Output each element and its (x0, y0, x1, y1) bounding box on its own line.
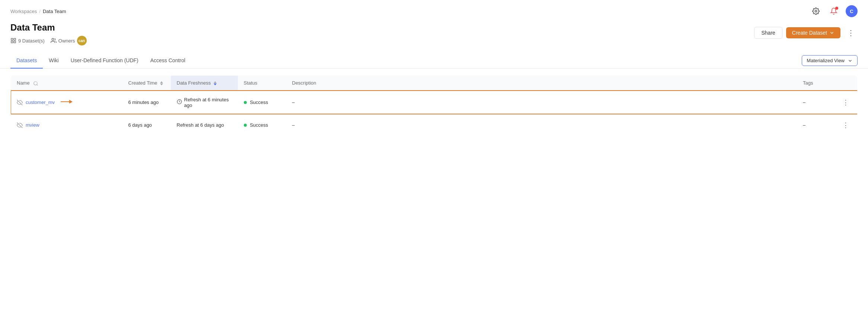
svg-rect-4 (14, 41, 16, 43)
row-mview-status: Success (238, 114, 286, 136)
row-customer-mv-more-button[interactable]: ⋮ (840, 98, 851, 107)
page-meta: 9 Dataset(s) Owners can (10, 36, 858, 45)
name-search-icon[interactable] (33, 80, 38, 86)
owners-label: Owners (58, 38, 75, 44)
create-dataset-label: Create Dataset (792, 30, 827, 36)
row-mview-created: 6 days ago (122, 114, 171, 136)
row-mview-name-cell: mview (11, 114, 122, 136)
eye-off-icon (17, 99, 23, 105)
col-header-name: Name (11, 76, 122, 91)
freshness-sort-icon (214, 81, 217, 85)
svg-point-6 (34, 81, 37, 85)
tab-access-control[interactable]: Access Control (144, 53, 191, 69)
customer-mv-link[interactable]: customer_mv (17, 98, 117, 107)
page-title: Data Team (10, 22, 858, 33)
col-header-status: Status (238, 76, 286, 91)
row-mview-more: ⋮ (834, 114, 858, 136)
svg-rect-1 (11, 38, 13, 40)
status-dot-success-2 (244, 124, 247, 127)
tabs-row: Datasets Wiki User-Defined Function (UDF… (0, 53, 868, 69)
header-actions: Share Create Dataset ⋮ (754, 27, 858, 39)
row-customer-mv-freshness: Refresh at 6 minutes ago (171, 91, 238, 114)
chevron-down-icon (829, 30, 835, 35)
row-customer-mv-tags: – (797, 91, 834, 114)
row-mview-freshness: Refresh at 6 days ago (171, 114, 238, 136)
dataset-count: 9 Dataset(s) (18, 38, 45, 44)
notification-dot (835, 7, 838, 10)
share-button[interactable]: Share (754, 27, 782, 39)
row-customer-mv-description: – (286, 91, 797, 114)
row-customer-mv-status: Success (238, 91, 286, 114)
user-avatar[interactable]: C (846, 5, 858, 17)
top-right-icons: C (810, 5, 858, 17)
view-selector[interactable]: Materialized View (802, 55, 858, 66)
svg-rect-3 (11, 41, 13, 43)
row-mview-description: – (286, 114, 797, 136)
tab-udf[interactable]: User-Defined Function (UDF) (65, 53, 144, 69)
svg-line-7 (37, 84, 38, 85)
datasets-table: Name Created Time (10, 75, 858, 136)
view-selector-chevron-icon (848, 58, 853, 63)
owners-icon (51, 38, 57, 44)
notification-icon-button[interactable] (828, 5, 840, 17)
table-container: Name Created Time (0, 69, 868, 143)
svg-rect-2 (14, 38, 16, 40)
col-header-created-time[interactable]: Created Time (122, 76, 171, 91)
clock-icon (177, 99, 182, 105)
breadcrumb: Workspaces / Data Team (10, 9, 66, 14)
svg-marker-10 (69, 100, 73, 104)
svg-point-0 (815, 10, 817, 12)
mview-link[interactable]: mview (17, 122, 117, 128)
table-row: mview 6 days ago Refresh at 6 days ago S… (11, 114, 858, 136)
grid-icon (10, 38, 16, 44)
customer-mv-name: customer_mv (26, 99, 55, 105)
row-mview-freshness-text: Refresh at 6 days ago (177, 122, 224, 128)
mview-name: mview (26, 122, 39, 128)
breadcrumb-separator: / (39, 9, 41, 14)
row-mview-more-button[interactable]: ⋮ (840, 120, 851, 130)
settings-icon-button[interactable] (810, 5, 822, 17)
dataset-count-meta: 9 Dataset(s) (10, 38, 45, 44)
more-options-button[interactable]: ⋮ (844, 27, 858, 39)
eye-off-icon-2 (17, 122, 23, 128)
col-header-data-freshness[interactable]: Data Freshness (171, 76, 238, 91)
orange-arrow-indicator (61, 98, 73, 107)
row-customer-mv-more: ⋮ (834, 91, 858, 114)
status-dot-success (244, 101, 247, 104)
svg-point-5 (52, 38, 54, 40)
top-bar: Workspaces / Data Team C (0, 0, 868, 22)
table-row: customer_mv 6 minutes ago (11, 91, 858, 114)
tab-datasets[interactable]: Datasets (10, 53, 43, 69)
owners-meta: Owners can (51, 36, 87, 45)
create-dataset-button[interactable]: Create Dataset (786, 27, 840, 38)
tabs: Datasets Wiki User-Defined Function (UDF… (10, 53, 191, 68)
row-mview-tags: – (797, 114, 834, 136)
row-customer-mv-created: 6 minutes ago (122, 91, 171, 114)
breadcrumb-current: Data Team (43, 9, 66, 14)
col-header-more (834, 76, 858, 91)
col-header-description: Description (286, 76, 797, 91)
page-header: Data Team 9 Dataset(s) Owners can (0, 22, 868, 50)
breadcrumb-workspace[interactable]: Workspaces (10, 9, 37, 14)
row-customer-mv-name-cell: customer_mv (11, 91, 122, 114)
tab-wiki[interactable]: Wiki (43, 53, 64, 69)
row-customer-mv-freshness-text: Refresh at 6 minutes ago (184, 97, 232, 108)
view-selector-label: Materialized View (807, 58, 845, 63)
table-header-row: Name Created Time (11, 76, 858, 91)
col-header-tags: Tags (797, 76, 834, 91)
gear-icon (812, 7, 820, 15)
created-time-sort-icon (160, 81, 163, 85)
owner-badge[interactable]: can (77, 36, 87, 45)
